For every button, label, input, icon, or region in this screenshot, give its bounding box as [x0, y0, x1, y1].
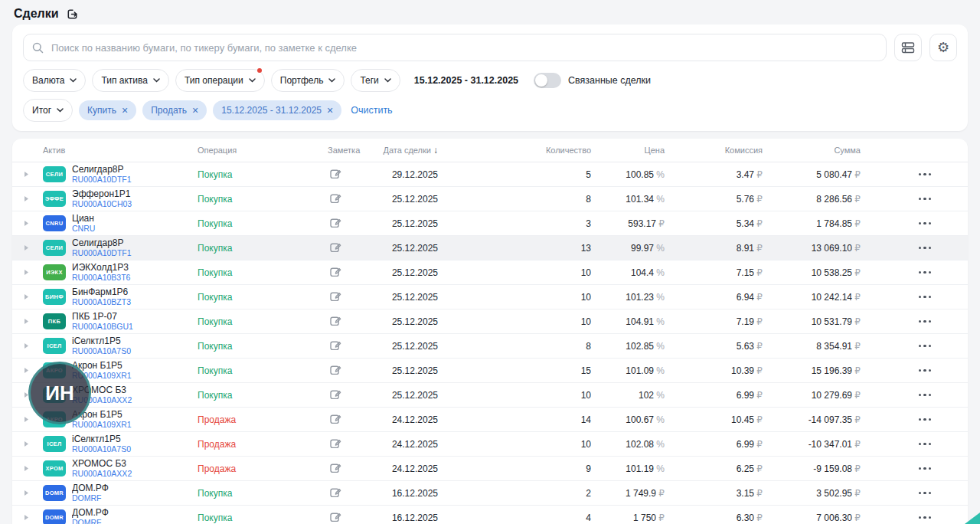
add-note-icon[interactable] — [329, 168, 342, 181]
asset-code-link[interactable]: RU000A10CH03 — [72, 199, 132, 208]
add-note-icon[interactable] — [329, 437, 342, 450]
expand-row-icon[interactable] — [24, 171, 29, 178]
asset-code-link[interactable]: RU000A10BZT3 — [72, 297, 131, 306]
expand-row-icon[interactable] — [24, 293, 29, 300]
add-note-icon[interactable] — [329, 511, 342, 524]
table-row[interactable]: IСЕЛ iСелктл1Р5 RU000A10A7S0 Покупка 25.… — [12, 334, 968, 359]
asset-name: iСелктл1Р5 — [72, 434, 131, 444]
table-columns-icon — [901, 41, 915, 54]
asset-code-link[interactable]: DOMRF — [72, 518, 109, 524]
row-menu-button[interactable] — [914, 193, 936, 205]
table-settings-button[interactable] — [894, 34, 922, 61]
asset-code-link[interactable]: CNRU — [72, 224, 95, 233]
expand-row-icon[interactable] — [24, 244, 29, 251]
remove-chip-icon[interactable]: × — [192, 105, 198, 116]
filter-chip[interactable]: Продать × — [142, 100, 207, 120]
row-menu-button[interactable] — [914, 463, 936, 475]
remove-chip-icon[interactable]: × — [122, 105, 128, 116]
filter-dropdown[interactable]: Тип операции — [175, 69, 265, 92]
expand-row-icon[interactable] — [24, 269, 29, 276]
row-menu-button[interactable] — [914, 438, 936, 450]
remove-chip-icon[interactable]: × — [327, 105, 333, 116]
filter-dropdown[interactable]: Тип актива — [92, 69, 169, 92]
add-note-icon[interactable] — [329, 192, 342, 205]
filter-dropdown[interactable]: Теги — [351, 69, 400, 92]
expand-row-icon[interactable] — [24, 490, 29, 496]
row-menu-button[interactable] — [914, 267, 936, 279]
row-menu-button[interactable] — [914, 365, 936, 377]
row-menu-button[interactable] — [914, 169, 936, 181]
table-row[interactable]: DOMR ДОМ.РФ DOMRF Покупка 16.12.2025 2 1… — [12, 481, 968, 506]
trade-date-cell: 25.12.2025 — [380, 341, 438, 352]
quantity-cell: 2 — [438, 488, 591, 499]
filter-chip[interactable]: Купить × — [79, 100, 136, 120]
row-menu-button[interactable] — [914, 487, 936, 499]
asset-code-link[interactable]: RU000A10A7S0 — [72, 346, 131, 355]
add-note-icon[interactable] — [329, 339, 342, 352]
table-row[interactable]: АКРО Акрон Б1Р5 RU000A109XR1 Покупка 25.… — [12, 359, 968, 383]
actions-cell — [861, 316, 968, 328]
expand-row-icon[interactable] — [24, 465, 29, 472]
asset-code-link[interactable]: RU000A109XR1 — [72, 420, 132, 429]
asset-code-link[interactable]: RU000A10B3T6 — [72, 273, 130, 282]
filter-dropdown[interactable]: Валюта — [23, 69, 86, 92]
table-row[interactable]: CNRU Циан CNRU Покупка 25.12.2025 3 593.… — [12, 211, 968, 236]
add-note-icon[interactable] — [329, 388, 342, 401]
asset-code-link[interactable]: RU000A10DTF1 — [72, 175, 132, 184]
expand-row-icon[interactable] — [24, 195, 29, 202]
table-row[interactable]: ИЭКХ ИЭКХолд1Р3 RU000A10B3T6 Покупка 25.… — [12, 260, 968, 285]
add-note-icon[interactable] — [329, 315, 342, 328]
table-row[interactable]: IСЕЛ iСелктл1Р5 RU000A10A7S0 Продажа 24.… — [12, 432, 968, 457]
table-row[interactable]: DOMR ДОМ.РФ DOMRF Покупка 16.12.2025 4 1… — [12, 506, 968, 524]
table-row[interactable]: ХРОМ ХРОМОС Б3 RU000A10AXX2 Продажа 24.1… — [12, 457, 968, 481]
expand-row-icon[interactable] — [24, 342, 29, 349]
asset-logo: СЕЛИ — [43, 166, 66, 182]
table-row[interactable]: БИНФ БинФарм1Р6 RU000A10BZT3 Покупка 25.… — [12, 285, 968, 309]
row-menu-button[interactable] — [914, 218, 936, 230]
filter-chip[interactable]: 15.12.2025 - 31.12.2025 × — [213, 100, 341, 120]
table-row[interactable]: СЕЛИ Селигдар8Р RU000A10DTF1 Покупка 29.… — [12, 162, 968, 187]
active-filter-dot — [257, 68, 262, 73]
filter-dropdown[interactable]: Портфель — [271, 69, 345, 92]
asset-code-link[interactable]: RU000A10A7S0 — [72, 444, 131, 454]
date-range-button[interactable]: 15.12.2025 - 31.12.2025 — [410, 74, 523, 87]
row-menu-button[interactable] — [914, 512, 936, 524]
row-menu-button[interactable] — [914, 389, 936, 401]
add-note-icon[interactable] — [329, 266, 342, 279]
row-menu-button[interactable] — [914, 414, 936, 426]
total-dropdown[interactable]: Итог — [23, 99, 73, 122]
table-row[interactable]: ЭФФЕ Эфферон1Р1 RU000A10CH03 Покупка 25.… — [12, 187, 968, 211]
add-note-icon[interactable] — [329, 413, 342, 426]
row-menu-button[interactable] — [914, 340, 936, 352]
add-note-icon[interactable] — [329, 217, 342, 230]
asset-code-link[interactable]: RU000A10DTF1 — [72, 248, 132, 257]
expand-row-icon[interactable] — [24, 440, 29, 447]
add-note-icon[interactable] — [329, 364, 342, 377]
expand-row-icon[interactable] — [24, 416, 29, 423]
expand-row-icon[interactable] — [24, 318, 29, 325]
clear-filters-link[interactable]: Очистить — [351, 105, 392, 116]
asset-code-link[interactable]: DOMRF — [72, 493, 109, 503]
table-row[interactable]: АКРО Акрон Б1Р5 RU000A109XR1 Продажа 24.… — [12, 408, 968, 432]
row-menu-button[interactable] — [914, 291, 936, 303]
asset-code-link[interactable]: RU000A10AXX2 — [72, 469, 132, 478]
header-date-sort[interactable]: Дата сделки ↓ — [380, 145, 438, 156]
table-row[interactable]: ПКБ ПКБ 1Р-07 RU000A10BGU1 Покупка 25.12… — [12, 309, 968, 334]
expand-row-icon[interactable] — [24, 220, 29, 227]
search-input[interactable] — [23, 34, 887, 61]
expand-row-icon[interactable] — [24, 367, 29, 374]
add-note-icon[interactable] — [329, 241, 342, 254]
settings-button[interactable]: ⚙ — [929, 34, 957, 61]
row-menu-button[interactable] — [914, 316, 936, 328]
expand-cell — [12, 244, 40, 251]
table-row[interactable]: ХРОМ ХРОМОС Б3 RU000A10AXX2 Покупка 25.1… — [12, 383, 968, 408]
expand-row-icon[interactable] — [24, 514, 29, 521]
export-trades-button[interactable] — [66, 8, 79, 21]
add-note-icon[interactable] — [329, 486, 342, 499]
add-note-icon[interactable] — [329, 290, 342, 303]
table-row[interactable]: СЕЛИ Селигдар8Р RU000A10DTF1 Покупка 25.… — [12, 236, 968, 260]
asset-code-link[interactable]: RU000A10BGU1 — [72, 322, 133, 331]
add-note-icon[interactable] — [329, 462, 342, 475]
row-menu-button[interactable] — [914, 242, 936, 254]
linked-trades-toggle[interactable] — [534, 73, 561, 88]
